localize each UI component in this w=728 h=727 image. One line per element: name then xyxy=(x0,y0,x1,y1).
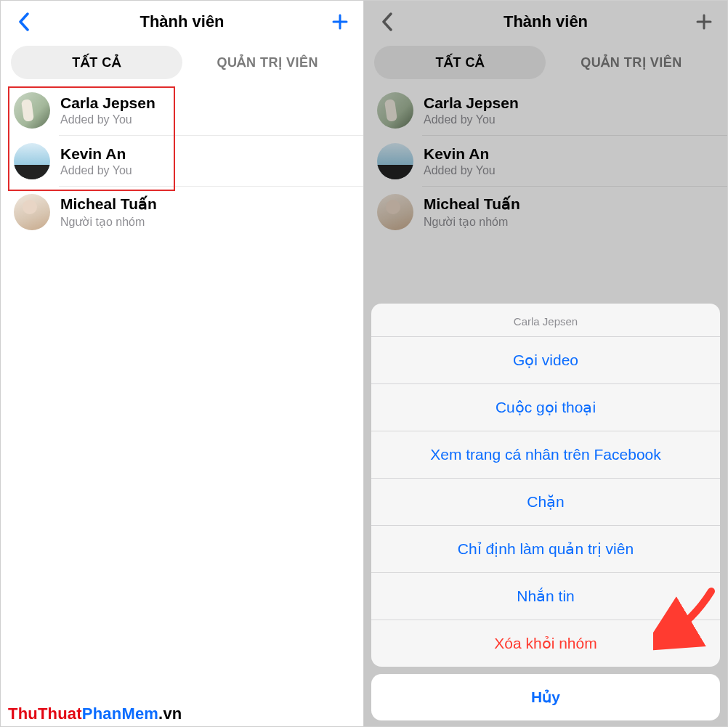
avatar xyxy=(14,92,50,129)
member-list: Carla Jepsen Added by You Kevin An Added… xyxy=(364,85,727,237)
watermark-c: .vn xyxy=(158,704,182,723)
avatar xyxy=(377,143,413,179)
add-icon[interactable] xyxy=(694,12,714,32)
member-name: Micheal Tuấn xyxy=(424,195,520,213)
sheet-view-profile[interactable]: Xem trang cá nhân trên Facebook xyxy=(371,431,720,478)
back-icon[interactable] xyxy=(377,12,397,32)
sheet-remove-from-group[interactable]: Xóa khỏi nhóm xyxy=(371,620,720,667)
segmented-tabs: TẤT CẢ QUẢN TRỊ VIÊN xyxy=(374,46,717,79)
add-icon[interactable] xyxy=(330,12,350,32)
sheet-make-admin[interactable]: Chỉ định làm quản trị viên xyxy=(371,525,720,572)
sheet-title: Carla Jepsen xyxy=(371,304,720,336)
member-sub: Added by You xyxy=(60,164,132,177)
watermark: ThuThuat PhanMem .vn xyxy=(8,704,182,723)
member-sub: Added by You xyxy=(60,113,155,126)
member-name: Carla Jepsen xyxy=(60,94,155,112)
right-screen: Thành viên TẤT CẢ QUẢN TRỊ VIÊN Carla Je… xyxy=(364,1,727,726)
sheet-video-call[interactable]: Gọi video xyxy=(371,336,720,383)
member-row[interactable]: Kevin An Added by You xyxy=(1,136,363,187)
page-title: Thành viên xyxy=(34,12,330,31)
member-sub: Added by You xyxy=(424,113,519,126)
header: Thành viên xyxy=(364,1,727,43)
avatar xyxy=(377,194,413,230)
member-row[interactable]: Micheal Tuấn Người tạo nhóm xyxy=(364,187,727,237)
member-row[interactable]: Kevin An Added by You xyxy=(364,136,727,187)
avatar xyxy=(377,92,413,129)
member-row[interactable]: Micheal Tuấn Người tạo nhóm xyxy=(1,187,363,237)
member-row[interactable]: Carla Jepsen Added by You xyxy=(364,85,727,136)
watermark-b: PhanMem xyxy=(82,704,158,723)
action-sheet-group: Carla Jepsen Gọi video Cuộc gọi thoại Xe… xyxy=(371,304,720,667)
page-title: Thành viên xyxy=(397,12,694,31)
member-row[interactable]: Carla Jepsen Added by You xyxy=(1,85,363,136)
member-name: Micheal Tuấn xyxy=(60,195,157,213)
member-sub: Người tạo nhóm xyxy=(60,215,157,229)
watermark-a: ThuThuat xyxy=(8,704,82,723)
sheet-block[interactable]: Chặn xyxy=(371,478,720,525)
tab-admins[interactable]: QUẢN TRỊ VIÊN xyxy=(546,46,717,79)
member-sub: Added by You xyxy=(424,164,496,177)
member-name: Carla Jepsen xyxy=(424,94,519,112)
sheet-cancel-button[interactable]: Hủy xyxy=(371,674,720,720)
back-icon[interactable] xyxy=(14,12,34,32)
tab-admins[interactable]: QUẢN TRỊ VIÊN xyxy=(182,46,354,79)
member-list: Carla Jepsen Added by You Kevin An Added… xyxy=(1,85,363,237)
member-sub: Người tạo nhóm xyxy=(424,215,520,229)
sheet-audio-call[interactable]: Cuộc gọi thoại xyxy=(371,383,720,431)
member-name: Kevin An xyxy=(424,145,496,163)
tab-all[interactable]: TẤT CẢ xyxy=(374,46,546,79)
avatar xyxy=(14,143,50,179)
avatar xyxy=(14,194,50,230)
left-screen: Thành viên TẤT CẢ QUẢN TRỊ VIÊN Carla Je… xyxy=(1,1,364,726)
tab-all[interactable]: TẤT CẢ xyxy=(11,46,182,79)
right-underlay: Thành viên TẤT CẢ QUẢN TRỊ VIÊN Carla Je… xyxy=(364,1,727,237)
sheet-message[interactable]: Nhắn tin xyxy=(371,572,720,620)
action-sheet: Carla Jepsen Gọi video Cuộc gọi thoại Xe… xyxy=(364,304,727,726)
segmented-tabs: TẤT CẢ QUẢN TRỊ VIÊN xyxy=(11,46,353,79)
header: Thành viên xyxy=(1,1,363,43)
member-name: Kevin An xyxy=(60,145,132,163)
